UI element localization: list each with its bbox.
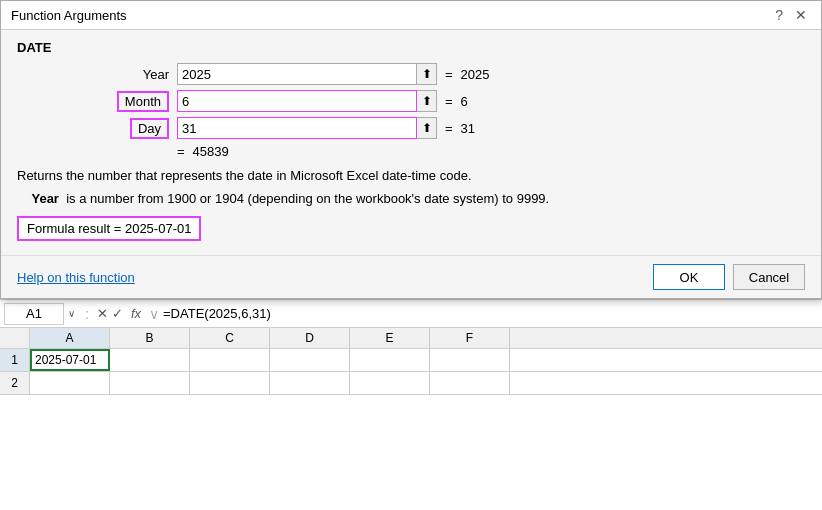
col-header-c: C bbox=[190, 328, 270, 348]
arg-input-month[interactable] bbox=[177, 90, 417, 112]
col-header-b: B bbox=[110, 328, 190, 348]
arg-spin-day[interactable]: ⬆ bbox=[417, 117, 437, 139]
total-equals: = bbox=[177, 144, 185, 159]
arg-label-month: Month bbox=[117, 91, 169, 112]
cell-e2[interactable] bbox=[350, 372, 430, 394]
cell-ref-text: A1 bbox=[26, 306, 42, 321]
formula-content: =DATE(2025,6,31) bbox=[163, 306, 818, 321]
arg-equals-day: = bbox=[445, 121, 453, 136]
arg-spin-year[interactable]: ⬆ bbox=[417, 63, 437, 85]
cell-b1[interactable] bbox=[110, 349, 190, 371]
arg-label-month-wrap: Month bbox=[17, 91, 177, 112]
cell-b2[interactable] bbox=[110, 372, 190, 394]
arg-row-year: Year ⬆ = 2025 bbox=[17, 63, 805, 85]
dialog-footer: Help on this function OK Cancel bbox=[1, 255, 821, 298]
formula-bar-divider: : bbox=[85, 306, 89, 322]
total-value: 45839 bbox=[193, 144, 229, 159]
dialog-title: Function Arguments bbox=[11, 8, 127, 23]
confirm-icon[interactable]: ✓ bbox=[112, 306, 123, 321]
cell-d2[interactable] bbox=[270, 372, 350, 394]
formula-bar: A1 ∨ : ✕ ✓ fx ∨ =DATE(2025,6,31) bbox=[0, 300, 822, 328]
arg-row-day: Day ⬆ = 31 bbox=[17, 117, 805, 139]
arg-equals-month: = bbox=[445, 94, 453, 109]
row-header-corner bbox=[0, 328, 30, 348]
grid-header-row: A B C D E F bbox=[0, 328, 822, 349]
grid-row-2: 2 bbox=[0, 372, 822, 395]
arg-input-wrap-year: ⬆ bbox=[177, 63, 437, 85]
formula-result-wrapper: Formula result = 2025-07-01 bbox=[17, 216, 805, 241]
col-header-f: F bbox=[430, 328, 510, 348]
formula-result-label: Formula result = bbox=[27, 221, 121, 236]
formula-result-box: Formula result = 2025-07-01 bbox=[17, 216, 201, 241]
formula-chevron: ∨ bbox=[149, 306, 159, 322]
cell-f1[interactable] bbox=[430, 349, 510, 371]
arg-row-month: Month ⬆ = 6 bbox=[17, 90, 805, 112]
cell-ref: A1 bbox=[4, 303, 64, 325]
total-row: = 45839 bbox=[177, 144, 805, 159]
cancel-icon[interactable]: ✕ bbox=[97, 306, 108, 321]
cell-c2[interactable] bbox=[190, 372, 270, 394]
row-header-2: 2 bbox=[0, 372, 30, 394]
ok-button[interactable]: OK bbox=[653, 264, 725, 290]
cell-c1[interactable] bbox=[190, 349, 270, 371]
description-text: Returns the number that represents the d… bbox=[17, 167, 805, 185]
arg-input-year[interactable] bbox=[177, 63, 417, 85]
footer-buttons: OK Cancel bbox=[653, 264, 805, 290]
arg-value-day: 31 bbox=[461, 121, 475, 136]
arg-label-year: Year bbox=[17, 67, 177, 82]
grid-row-1: 1 2025-07-01 bbox=[0, 349, 822, 372]
arg-input-day[interactable] bbox=[177, 117, 417, 139]
close-button[interactable]: ✕ bbox=[791, 7, 811, 23]
function-label: DATE bbox=[17, 40, 805, 55]
help-detail: Year is a number from 1900 or 1904 (depe… bbox=[17, 191, 805, 206]
arg-spin-month[interactable]: ⬆ bbox=[417, 90, 437, 112]
cell-d1[interactable] bbox=[270, 349, 350, 371]
arg-input-wrap-month: ⬆ bbox=[177, 90, 437, 112]
arg-label-day-wrap: Day bbox=[17, 118, 177, 139]
help-button[interactable]: ? bbox=[771, 7, 787, 23]
titlebar-controls: ? ✕ bbox=[771, 7, 811, 23]
col-header-d: D bbox=[270, 328, 350, 348]
grid-area: A B C D E F 1 2025-07-01 2 bbox=[0, 328, 822, 395]
arg-equals-year: = bbox=[445, 67, 453, 82]
help-detail-text: is a number from 1900 or 1904 (depending… bbox=[66, 191, 549, 206]
arg-value-year: 2025 bbox=[461, 67, 490, 82]
cell-a2[interactable] bbox=[30, 372, 110, 394]
col-header-a: A bbox=[30, 328, 110, 348]
formula-result-value: 2025-07-01 bbox=[125, 221, 192, 236]
fx-icon[interactable]: fx bbox=[131, 306, 141, 321]
cell-ref-chevron[interactable]: ∨ bbox=[68, 308, 75, 319]
help-link[interactable]: Help on this function bbox=[17, 270, 135, 285]
cancel-button[interactable]: Cancel bbox=[733, 264, 805, 290]
args-area: Year ⬆ = 2025 Month ⬆ bbox=[17, 63, 805, 159]
spreadsheet: A1 ∨ : ✕ ✓ fx ∨ =DATE(2025,6,31) A B C D… bbox=[0, 299, 822, 510]
dialog-titlebar: Function Arguments ? ✕ bbox=[1, 1, 821, 30]
cell-f2[interactable] bbox=[430, 372, 510, 394]
arg-value-month: 6 bbox=[461, 94, 468, 109]
arg-input-wrap-day: ⬆ bbox=[177, 117, 437, 139]
col-header-e: E bbox=[350, 328, 430, 348]
dialog-body: DATE Year ⬆ = 2025 Month bbox=[1, 30, 821, 255]
formula-bar-icons: ✕ ✓ bbox=[97, 306, 123, 321]
help-detail-label: Year bbox=[31, 191, 58, 206]
cell-e1[interactable] bbox=[350, 349, 430, 371]
arg-label-day: Day bbox=[130, 118, 169, 139]
cell-a1[interactable]: 2025-07-01 bbox=[30, 349, 110, 371]
row-header-1: 1 bbox=[0, 349, 30, 371]
